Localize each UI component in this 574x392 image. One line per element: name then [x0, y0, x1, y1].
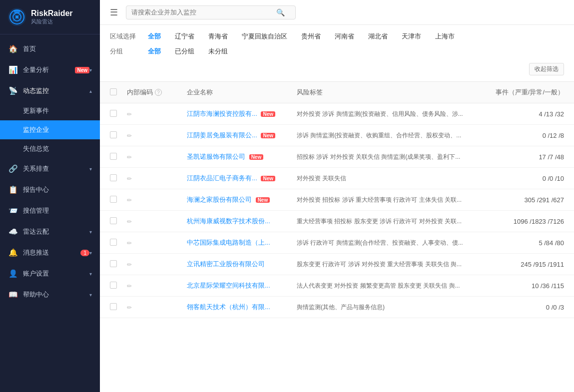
row-checkbox[interactable] — [110, 174, 117, 181]
sidebar-item-guanxi[interactable]: 🔗 关系排查 ▾ — [0, 158, 100, 179]
sidebar-item-dongtai[interactable]: 📡 动态监控 ▴ — [0, 80, 100, 101]
edit-icon[interactable]: ✏ — [127, 175, 132, 182]
cloud-icon: ☁️ — [8, 227, 18, 237]
row-tags-cell: 股东变更 行政许可 涉诉 对外投资 重大经营事项 关联失信 舆... — [292, 254, 489, 275]
row-checkbox[interactable] — [110, 217, 117, 224]
edit-icon[interactable]: ✏ — [127, 197, 132, 204]
group-filter-options: 全部 已分组 未分组 — [146, 46, 230, 57]
row-checkbox[interactable] — [110, 110, 117, 117]
row-checkbox[interactable] — [110, 131, 117, 138]
th-name: 企业名称 — [182, 82, 292, 103]
filter-actions: 收起筛选 — [110, 61, 564, 77]
main-content: ☰ 🔍 区域选择 全部 辽宁省 青海省 宁夏回族自治区 贵州省 河南省 湖北省 … — [100, 0, 574, 392]
region-option-guizhou[interactable]: 贵州省 — [299, 31, 323, 42]
row-events-cell: 305 /291 /627 — [489, 189, 574, 211]
row-events-cell: 5 /84 /80 — [489, 232, 574, 254]
sidebar-item-shixin[interactable]: 失信总览 — [0, 139, 100, 158]
edit-icon[interactable]: ✏ — [127, 283, 132, 290]
row-name-cell: 中芯国际集成电路制造（上... — [182, 232, 292, 254]
table-body: ✏ 江阴市海澜投资控股有... New 对外投资 涉诉 舆情监测(投资融资、信用… — [100, 103, 574, 318]
sidebar-item-quanxing[interactable]: 📊 全量分析 New ▾ — [0, 59, 100, 80]
help-icon: 📖 — [8, 290, 18, 300]
company-name-link[interactable]: 杭州海康威视数字技术股份... — [187, 217, 270, 225]
user-icon: 👤 — [8, 269, 18, 279]
row-name-cell: 江阴衣品汇电子商务有... New — [182, 168, 292, 189]
sub-item-label: 更新事件 — [23, 106, 49, 115]
region-option-all[interactable]: 全部 — [146, 31, 163, 42]
region-option-ningxia[interactable]: 宁夏回族自治区 — [240, 31, 289, 42]
region-option-liaoning[interactable]: 辽宁省 — [173, 31, 196, 42]
search-input[interactable] — [131, 8, 276, 16]
row-name-cell: 圣凯诺服饰有限公司 New — [182, 146, 292, 168]
company-name-link[interactable]: 中芯国际集成电路制造（上... — [187, 239, 270, 246]
edit-icon[interactable]: ✏ — [127, 154, 132, 161]
edit-icon[interactable]: ✏ — [127, 132, 132, 139]
search-icon[interactable]: 🔍 — [276, 8, 285, 16]
th-checkbox — [100, 82, 122, 103]
sidebar-item-label: 账户设置 — [23, 269, 89, 278]
row-checkbox[interactable] — [110, 153, 117, 160]
sidebar-item-label: 雷达云配 — [23, 227, 89, 236]
row-checkbox[interactable] — [110, 303, 117, 310]
row-tags-cell: 对外投资 关联失信 — [292, 168, 489, 189]
row-checkbox-cell — [100, 211, 122, 232]
th-events: 事件（严重/异常/一般） — [489, 82, 574, 103]
sidebar-item-account[interactable]: 👤 账户设置 ▾ — [0, 263, 100, 284]
region-option-henan[interactable]: 河南省 — [333, 31, 356, 42]
edit-icon[interactable]: ✏ — [127, 111, 132, 118]
row-tags-cell: 对外投资 招投标 涉诉 重大经营事项 行政许可 主体失信 关联... — [292, 189, 489, 211]
report-icon: 📋 — [8, 185, 18, 195]
sidebar: RiskRaider 风险雷达 🏠 首页 📊 全量分析 New ▾ 📡 动态监控… — [0, 0, 100, 392]
row-checkbox[interactable] — [110, 196, 117, 203]
edit-icon[interactable]: ✏ — [127, 304, 132, 311]
table-row: ✏ 海澜之家股份有限公司 New 对外投资 招投标 涉诉 重大经营事项 行政许可… — [100, 189, 574, 211]
collapse-filter-button[interactable]: 收起筛选 — [529, 63, 564, 75]
row-name-cell: 立讯精密工业股份有限公司 — [182, 254, 292, 275]
sub-item-label: 监控企业 — [23, 125, 49, 134]
search-box[interactable]: 🔍 — [126, 5, 296, 19]
company-table: 内部编码 ? 企业名称 风险标签 事件（严重/异常/一般） ✏ 江阴市海澜投资控… — [100, 82, 574, 318]
sidebar-item-label: 动态监控 — [23, 86, 89, 95]
sidebar-item-leida[interactable]: ☁️ 雷达云配 ▾ — [0, 221, 100, 242]
row-edit-cell: ✏ — [122, 103, 182, 125]
row-edit-cell: ✏ — [122, 211, 182, 232]
row-checkbox[interactable] — [110, 282, 117, 289]
company-name-link[interactable]: 江阴衣品汇电子商务有... — [187, 174, 257, 182]
mail-icon: 📨 — [8, 206, 18, 216]
sidebar-item-help[interactable]: 📖 帮助中心 ▾ — [0, 284, 100, 305]
select-all-checkbox[interactable] — [110, 88, 117, 95]
company-name-link[interactable]: 立讯精密工业股份有限公司 — [187, 260, 265, 268]
code-help-icon[interactable]: ? — [155, 89, 162, 96]
sidebar-item-home[interactable]: 🏠 首页 — [0, 38, 100, 59]
sidebar-item-xiaoxi[interactable]: 🔔 消息推送 1 ▾ — [0, 242, 100, 263]
group-option-ungrouped[interactable]: 未分组 — [206, 46, 230, 57]
company-name-link[interactable]: 北京星际荣耀空间科技有限... — [187, 282, 270, 289]
row-events-cell: 1096 /1823 /7126 — [489, 211, 574, 232]
sidebar-item-baogao[interactable]: 📋 报告中心 — [0, 179, 100, 200]
edit-icon[interactable]: ✏ — [127, 218, 132, 225]
company-name-link[interactable]: 翎客航天技术（杭州）有限... — [187, 303, 270, 311]
region-option-hubei[interactable]: 湖北省 — [366, 31, 390, 42]
sidebar-item-update-events[interactable]: 更新事件 — [0, 101, 100, 120]
company-name-link[interactable]: 圣凯诺服饰有限公司 — [187, 153, 245, 160]
sidebar-item-tuixin[interactable]: 📨 搜信管理 — [0, 200, 100, 221]
sidebar-item-monitor-companies[interactable]: 监控企业 — [0, 120, 100, 139]
company-name-link[interactable]: 海澜之家股份有限公司 — [187, 196, 252, 203]
region-option-shanghai[interactable]: 上海市 — [433, 31, 457, 42]
menu-toggle-icon[interactable]: ☰ — [110, 7, 118, 18]
row-events-cell: 0 /12 /8 — [489, 125, 574, 146]
sidebar-item-label: 搜信管理 — [23, 206, 92, 215]
edit-icon[interactable]: ✏ — [127, 261, 132, 268]
row-checkbox[interactable] — [110, 260, 117, 267]
edit-icon[interactable]: ✏ — [127, 240, 132, 247]
sidebar-item-label: 关系排查 — [23, 164, 89, 173]
company-name-link[interactable]: 江阴姜居免服装有限公... — [187, 131, 257, 139]
group-option-grouped[interactable]: 已分组 — [173, 46, 196, 57]
table-row: ✏ 翎客航天技术（杭州）有限... 舆情监测(其他、产品与服务信息) 0 /0 … — [100, 297, 574, 318]
company-name-link[interactable]: 江阴市海澜投资控股有... — [187, 110, 257, 117]
region-option-tianjin[interactable]: 天津市 — [400, 31, 423, 42]
row-name-cell: 江阴姜居免服装有限公... New — [182, 125, 292, 146]
region-option-qinghai[interactable]: 青海省 — [206, 31, 230, 42]
row-checkbox[interactable] — [110, 239, 117, 246]
group-option-all[interactable]: 全部 — [146, 46, 163, 57]
